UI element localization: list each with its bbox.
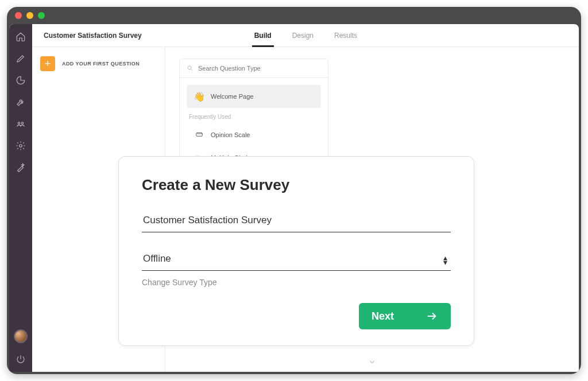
wave-icon: 👋 <box>194 91 205 102</box>
survey-type-help: Change Survey Type <box>142 278 451 287</box>
tab-build[interactable]: Build <box>254 24 272 46</box>
qtype-label: Opinion Scale <box>211 131 250 138</box>
add-question-row[interactable]: + ADD YOUR FIRST QUESTION <box>40 56 157 71</box>
avatar[interactable] <box>14 329 28 343</box>
svg-point-1 <box>21 122 23 124</box>
edit-icon[interactable] <box>15 53 26 64</box>
segment-icon[interactable] <box>15 75 26 86</box>
chevron-down-icon[interactable] <box>368 358 376 368</box>
modal-actions: Next <box>142 303 451 329</box>
next-button[interactable]: Next <box>359 303 451 329</box>
scale-icon <box>194 129 205 141</box>
share-icon[interactable] <box>15 118 26 130</box>
survey-type-field: ▴▾ Change Survey Type <box>142 248 451 287</box>
qtype-label: Welcome Page <box>211 93 253 100</box>
create-survey-modal: Create a New Survey ▴▾ Change Survey Typ… <box>118 156 474 346</box>
add-question-button[interactable]: + <box>40 56 55 71</box>
app-shell: Customer Satisfaction Survey Build Desig… <box>9 24 579 372</box>
svg-point-3 <box>188 66 191 69</box>
power-icon[interactable] <box>15 353 26 365</box>
window-titlebar <box>7 7 581 24</box>
modal-title: Create a New Survey <box>142 176 451 194</box>
browser-frame: Customer Satisfaction Survey Build Desig… <box>7 7 581 374</box>
survey-name-field <box>142 210 451 232</box>
magic-icon[interactable] <box>15 162 26 173</box>
survey-type-select[interactable] <box>142 248 451 271</box>
tab-design[interactable]: Design <box>292 24 314 46</box>
gear-icon[interactable] <box>15 140 26 151</box>
question-search[interactable] <box>180 59 328 78</box>
side-rail <box>9 24 32 372</box>
qtype-welcome-page[interactable]: 👋 Welcome Page <box>187 85 321 108</box>
next-button-label: Next <box>372 310 394 322</box>
topbar: Customer Satisfaction Survey Build Desig… <box>32 24 579 47</box>
window-minimize-icon[interactable] <box>26 12 33 19</box>
wrench-icon[interactable] <box>15 96 26 108</box>
home-icon[interactable] <box>15 31 26 42</box>
window-expand-icon[interactable] <box>38 12 45 19</box>
question-search-input[interactable] <box>198 65 321 72</box>
add-question-label: ADD YOUR FIRST QUESTION <box>62 61 140 67</box>
search-icon <box>187 65 194 72</box>
qtype-opinion-scale[interactable]: Opinion Scale <box>187 123 321 146</box>
survey-name-input[interactable] <box>142 210 451 232</box>
tab-results[interactable]: Results <box>334 24 357 46</box>
arrow-right-icon <box>425 310 438 322</box>
window-close-icon[interactable] <box>15 12 22 19</box>
qtype-subhead: Frequently Used <box>187 108 321 123</box>
svg-point-0 <box>18 122 20 124</box>
tabs: Build Design Results <box>254 24 357 46</box>
page-title: Customer Satisfaction Survey <box>44 32 142 40</box>
svg-point-2 <box>20 145 22 147</box>
